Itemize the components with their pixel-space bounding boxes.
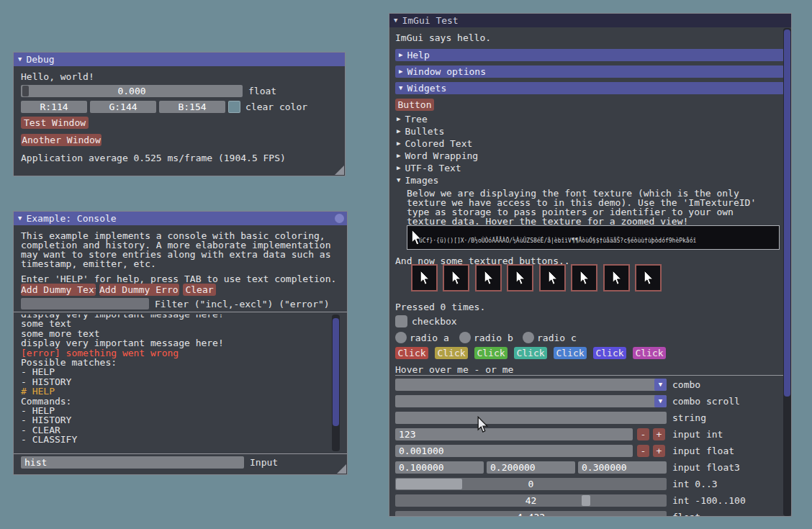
tree-arrow-icon: ▶ bbox=[397, 116, 400, 122]
tree-label: UTF-8 Text bbox=[405, 163, 461, 173]
float-slider-clipped[interactable]: 4.432 bbox=[395, 511, 667, 517]
add-dummy-text-button[interactable]: Add Dummy Text bbox=[21, 284, 96, 296]
collapse-arrow-icon[interactable]: ▼ bbox=[394, 17, 397, 24]
click-button-6[interactable]: Click bbox=[593, 347, 626, 359]
checkbox-label: checkbox bbox=[412, 317, 457, 326]
textured-image-button[interactable] bbox=[603, 264, 630, 291]
radio-a-label: radio a bbox=[410, 333, 449, 343]
window-title: ImGui Test bbox=[402, 15, 458, 26]
tree-node-bullets[interactable]: ▶ Bullets bbox=[397, 127, 444, 136]
combo-arrow-button[interactable]: ▼ bbox=[654, 379, 667, 391]
combo-arrow-button[interactable]: ▼ bbox=[654, 395, 667, 407]
log-line: - HISTORY bbox=[21, 377, 330, 386]
textured-image-button[interactable] bbox=[571, 264, 597, 291]
add-dummy-error-button[interactable]: Add Dummy Error bbox=[99, 284, 179, 296]
clear-color-swatch[interactable] bbox=[228, 101, 240, 113]
tree-arrow-icon: ▶ bbox=[397, 128, 400, 135]
textured-image-button[interactable] bbox=[635, 264, 662, 291]
header-window-options[interactable]: ▶ Window options bbox=[395, 65, 784, 78]
another-window-button[interactable]: Another Window bbox=[21, 134, 102, 146]
header-help[interactable]: ▶ Help bbox=[395, 49, 784, 61]
input-float3-z[interactable]: 0.300000 bbox=[578, 461, 667, 474]
click-button-2[interactable]: Click bbox=[435, 347, 468, 359]
click-button-4[interactable]: Click bbox=[514, 347, 547, 359]
tree-node-utf8-text[interactable]: ▶ UTF-8 Text bbox=[397, 163, 461, 173]
filter-input[interactable] bbox=[21, 298, 149, 309]
collapse-arrow-icon: ▼ bbox=[399, 85, 402, 91]
collapse-arrow-icon[interactable]: ▼ bbox=[18, 215, 22, 222]
int-slider[interactable]: 0 bbox=[395, 478, 667, 490]
clear-color-label: clear color bbox=[245, 102, 307, 112]
drag-red[interactable]: R:114 bbox=[21, 101, 87, 113]
tree-node-word-wrapping[interactable]: ▶ Word Wrapping bbox=[397, 151, 478, 160]
tree-label: Colored Text bbox=[405, 139, 472, 148]
drag-green[interactable]: G:144 bbox=[90, 101, 156, 113]
log-line-command: # HELP bbox=[21, 386, 330, 396]
console-desc-line: timestamp, emitter, etc. bbox=[21, 259, 156, 268]
decrement-button[interactable]: - bbox=[637, 445, 649, 457]
radio-a[interactable] bbox=[395, 332, 407, 343]
resize-grip[interactable] bbox=[337, 464, 346, 474]
decrement-button[interactable]: - bbox=[637, 428, 649, 440]
scrollbar-grab[interactable] bbox=[333, 318, 339, 426]
click-button-5[interactable]: Click bbox=[554, 347, 587, 359]
mouse-cursor-icon bbox=[477, 416, 489, 433]
test-titlebar[interactable]: ▼ ImGui Test bbox=[389, 14, 791, 27]
window-scrollbar[interactable] bbox=[783, 28, 791, 516]
debug-titlebar[interactable]: ▼ Debug bbox=[14, 53, 345, 66]
tree-node-images[interactable]: ▼ Images bbox=[397, 176, 438, 185]
font-texture-image[interactable]: úCf}·{ü)()[]X·/B½oÙÒóÃÅÅÀÖ/½ÀùÛZS8éÉ/å|è… bbox=[407, 225, 780, 250]
console-titlebar[interactable]: ▼ Example: Console bbox=[14, 212, 347, 225]
resize-grip[interactable] bbox=[335, 166, 344, 175]
log-scrollbar[interactable] bbox=[332, 315, 340, 451]
test-window-button[interactable]: Test Window bbox=[21, 117, 89, 129]
hover-text[interactable]: Hover over me - or me bbox=[395, 365, 513, 374]
log-line: - CLEAR bbox=[21, 425, 330, 435]
hello-world-text: Hello, world! bbox=[21, 72, 94, 81]
collapse-arrow-icon[interactable]: ▼ bbox=[18, 56, 22, 63]
input-float-label: input float bbox=[672, 446, 734, 456]
drag-blue[interactable]: B:154 bbox=[159, 101, 225, 113]
debug-window: ▼ Debug Hello, world! 0.000 float R:114 … bbox=[13, 52, 346, 176]
combo-box[interactable]: bbbb ▼ bbox=[395, 379, 667, 391]
click-button-1[interactable]: Click bbox=[395, 347, 428, 359]
slider-value: 4.432 bbox=[395, 511, 667, 517]
radio-c[interactable] bbox=[523, 332, 534, 343]
tree-arrow-icon: ▶ bbox=[397, 153, 400, 159]
click-button-7[interactable]: Click bbox=[633, 347, 666, 359]
tree-node-colored-text[interactable]: ▶ Colored Text bbox=[397, 139, 472, 148]
tree-node-tree[interactable]: ▶ Tree bbox=[397, 114, 428, 124]
button-widget[interactable]: Button bbox=[395, 99, 434, 111]
increment-button[interactable]: + bbox=[653, 428, 665, 440]
increment-button[interactable]: + bbox=[653, 445, 665, 457]
tree-label: Images bbox=[405, 176, 438, 185]
console-input[interactable]: hist bbox=[21, 456, 244, 469]
float-slider[interactable]: 0.000 bbox=[21, 85, 243, 97]
input-int-field[interactable]: 123 bbox=[395, 428, 633, 440]
input-float-field[interactable]: 0.001000 bbox=[395, 445, 633, 457]
input-float3-y[interactable]: 0.200000 bbox=[487, 461, 575, 474]
string-input[interactable]: Hello, world! bbox=[395, 412, 667, 424]
click-button-3[interactable]: Click bbox=[474, 347, 508, 359]
console-log[interactable]: display very important message here! som… bbox=[21, 315, 330, 451]
tree-arrow-icon: ▶ bbox=[397, 165, 400, 171]
cursor-arrow-icon bbox=[515, 270, 525, 286]
console-input-label: Input bbox=[250, 458, 278, 467]
checkbox[interactable] bbox=[395, 315, 407, 327]
textured-image-button[interactable] bbox=[475, 264, 502, 291]
scrollbar-grab[interactable] bbox=[784, 30, 790, 397]
cursor-arrow-icon bbox=[484, 270, 494, 286]
input-float3-x[interactable]: 0.100000 bbox=[395, 461, 484, 474]
textured-image-button[interactable] bbox=[507, 264, 533, 291]
int-range-slider[interactable]: 42 bbox=[395, 494, 667, 507]
combo-scroll-box[interactable]: ▼ bbox=[395, 395, 667, 407]
radio-b[interactable] bbox=[459, 332, 471, 343]
textured-image-button[interactable] bbox=[539, 264, 566, 291]
header-widgets[interactable]: ▼ Widgets bbox=[395, 82, 784, 94]
cursor-arrow-icon bbox=[644, 270, 654, 286]
tree-label: Word Wrapping bbox=[405, 151, 478, 160]
textured-image-button[interactable] bbox=[411, 264, 438, 291]
clear-button[interactable]: Clear bbox=[183, 284, 216, 296]
close-button[interactable] bbox=[335, 214, 344, 223]
textured-image-button[interactable] bbox=[443, 264, 469, 291]
